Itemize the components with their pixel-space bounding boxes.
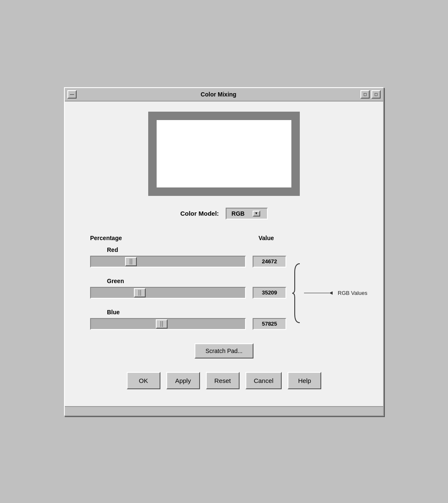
minimize-icon: — [70, 92, 74, 96]
cancel-button[interactable]: Cancel [245, 372, 282, 389]
green-label: Green [107, 278, 286, 284]
main-window: — Color Mixing ◻ ◻ Color Model: RGB [64, 87, 384, 416]
curly-brace-svg [291, 260, 304, 327]
blue-slider-row: Blue 57825 [90, 309, 286, 330]
bottom-buttons: OK Apply Reset Cancel Help [82, 372, 366, 393]
color-preview-container [82, 112, 366, 196]
window-title: Color Mixing [77, 91, 360, 98]
color-model-value: RGB [232, 210, 245, 217]
blue-value-box: 57825 [253, 318, 286, 330]
thumb-line-1 [130, 259, 131, 265]
annotation-arrowhead [329, 292, 333, 295]
red-label: Red [107, 246, 286, 253]
help-button[interactable]: Help [288, 372, 321, 389]
value-header: Value [259, 235, 274, 241]
sliders-column: Red 24672 Gr [90, 246, 286, 340]
color-preview-outer [148, 112, 300, 196]
scratch-pad-row: Scratch Pad... [82, 343, 366, 359]
annotation-line [304, 293, 329, 293]
color-model-dropdown[interactable]: RGB ▼ [226, 208, 268, 219]
green-slider-track[interactable] [90, 287, 246, 299]
ok-button[interactable]: OK [127, 372, 160, 389]
red-value-box: 24672 [253, 256, 286, 268]
green-slider-row: Green 35209 [90, 278, 286, 299]
annotation-text: RGB Values [338, 290, 368, 296]
restore-icon: ◻ [363, 92, 367, 96]
brace-annotation: RGB Values [291, 246, 368, 340]
minimize-button[interactable]: — [67, 90, 77, 99]
color-preview-inner [157, 120, 291, 187]
thumb-line-1 [139, 290, 139, 296]
title-bar-right: ◻ ◻ [360, 90, 381, 99]
green-value-box: 35209 [253, 287, 286, 299]
close-icon: ◻ [374, 92, 378, 96]
red-slider-input-row: 24672 [90, 256, 286, 268]
red-slider-row: Red 24672 [90, 246, 286, 268]
annotation-line-group: RGB Values [304, 290, 368, 296]
blue-label: Blue [107, 309, 286, 316]
thumb-line-2 [162, 321, 163, 327]
title-bar: — Color Mixing ◻ ◻ [65, 88, 383, 102]
window-content: Color Model: RGB ▼ Percentage Value [65, 102, 383, 406]
green-slider-input-row: 35209 [90, 287, 286, 299]
blue-slider-track[interactable] [90, 318, 246, 330]
thumb-line-2 [140, 290, 141, 296]
sliders-header: Percentage Value [90, 235, 358, 241]
red-slider-thumb[interactable] [125, 257, 137, 266]
thumb-line-1 [160, 321, 161, 327]
blue-slider-input-row: 57825 [90, 318, 286, 330]
chevron-down-icon: ▼ [255, 211, 258, 215]
green-slider-thumb[interactable] [134, 288, 146, 297]
status-bar [65, 406, 383, 415]
title-bar-left: — [67, 90, 77, 99]
color-model-label: Color Model: [180, 210, 219, 217]
red-slider-track[interactable] [90, 256, 246, 268]
color-model-row: Color Model: RGB ▼ [82, 208, 366, 219]
scratch-pad-button[interactable]: Scratch Pad... [195, 343, 253, 359]
close-button[interactable]: ◻ [371, 90, 381, 99]
restore-button[interactable]: ◻ [360, 90, 370, 99]
apply-button[interactable]: Apply [166, 372, 200, 389]
thumb-line-2 [131, 259, 132, 265]
dropdown-arrow[interactable]: ▼ [253, 211, 260, 217]
blue-slider-thumb[interactable] [156, 319, 168, 329]
sliders-section: Percentage Value Red [82, 235, 366, 340]
percentage-header: Percentage [90, 235, 250, 241]
rgb-annotation-wrapper: Red 24672 Gr [90, 246, 358, 340]
reset-button[interactable]: Reset [206, 372, 240, 389]
